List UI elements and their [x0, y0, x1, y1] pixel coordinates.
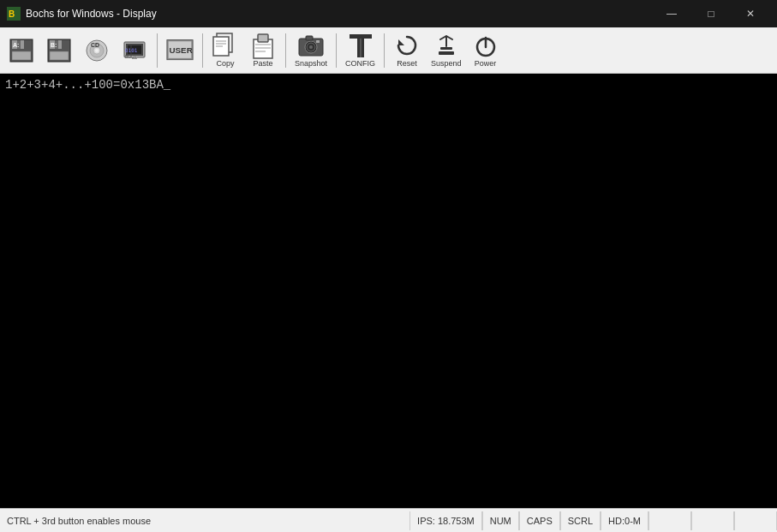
cdrom-icon: CD [83, 37, 111, 64]
svg-rect-10 [50, 51, 69, 60]
user-icon: USER [166, 37, 194, 64]
empty-segment-1 [648, 511, 691, 530]
hd-indicator: HD:0-M [601, 511, 648, 530]
caps-lock-indicator: CAPS [519, 511, 560, 530]
num-lock-indicator: NUM [482, 511, 519, 530]
svg-rect-33 [258, 34, 268, 42]
config-button[interactable]: CONFIG [341, 30, 380, 70]
titlebar: B Bochs for Windows - Display — □ ✕ [0, 0, 777, 27]
svg-text:0101: 0101 [125, 47, 138, 53]
svg-rect-43 [350, 34, 372, 39]
cdrom-button[interactable]: CD [79, 34, 115, 67]
display-output: 1+2+3+4+...+100=0x13BA_ [5, 77, 772, 94]
config-label: CONFIG [345, 60, 375, 68]
copy-label: Copy [216, 60, 234, 68]
window-controls: — □ ✕ [652, 0, 770, 27]
reset-label: Reset [397, 60, 417, 68]
mouse-hint: CTRL + 3rd button enables mouse [7, 516, 151, 526]
svg-text:B: B [9, 9, 15, 19]
svg-text:CD: CD [91, 42, 99, 48]
snapshot-button[interactable]: Snapshot [290, 30, 332, 70]
svg-rect-48 [440, 47, 452, 50]
window-title: Bochs for Windows - Display [26, 8, 652, 20]
svg-text:USER: USER [170, 45, 193, 54]
svg-point-15 [95, 49, 99, 52]
copy-button[interactable]: Copy [207, 30, 243, 70]
reset-icon [393, 33, 421, 60]
svg-text:A:: A: [13, 42, 19, 48]
boot-icon: 0101 BOOT [121, 37, 148, 64]
power-label: Power [475, 60, 497, 68]
close-button[interactable]: ✕ [731, 0, 770, 27]
app-icon: B [7, 7, 21, 21]
separator-5 [384, 33, 385, 68]
power-button[interactable]: Power [468, 30, 504, 70]
svg-point-40 [309, 45, 313, 49]
floppy-b-button[interactable]: B: [41, 34, 77, 67]
scroll-lock-indicator: SCRL [560, 511, 601, 530]
display-area[interactable]: 1+2+3+4+...+100=0x13BA_ [0, 74, 777, 508]
paste-icon [249, 33, 277, 60]
separator-2 [202, 33, 203, 68]
svg-rect-45 [360, 39, 362, 57]
boot-button[interactable]: 0101 BOOT [117, 34, 152, 67]
suspend-label: Suspend [431, 60, 462, 68]
config-icon [347, 33, 374, 60]
minimize-button[interactable]: — [652, 0, 691, 27]
svg-text:B:: B: [51, 42, 57, 48]
suspend-icon [433, 33, 460, 60]
svg-rect-5 [12, 51, 31, 60]
suspend-button[interactable]: Suspend [427, 30, 466, 70]
empty-segment-2 [691, 511, 734, 530]
separator-3 [285, 33, 286, 68]
svg-rect-41 [306, 36, 313, 40]
svg-marker-46 [398, 39, 404, 45]
statusbar: CTRL + 3rd button enables mouse IPS: 18.… [0, 508, 777, 532]
svg-rect-47 [439, 51, 454, 55]
maximize-button[interactable]: □ [691, 0, 731, 27]
snapshot-icon [297, 33, 325, 60]
empty-segment-3 [734, 511, 777, 530]
svg-rect-42 [316, 40, 320, 43]
power-icon [472, 33, 499, 60]
snapshot-label: Snapshot [295, 60, 327, 68]
svg-text:BOOT: BOOT [125, 54, 137, 59]
toolbar: A: B: CD [0, 27, 777, 74]
status-main: CTRL + 3rd button enables mouse [0, 516, 409, 526]
user-button[interactable]: USER [162, 34, 198, 67]
floppy-a-icon: A: [8, 37, 35, 64]
ips-display: IPS: 18.753M [409, 511, 482, 530]
floppy-b-icon: B: [45, 37, 73, 64]
separator-1 [157, 33, 158, 68]
copy-icon [212, 33, 239, 60]
reset-button[interactable]: Reset [389, 30, 425, 70]
separator-4 [336, 33, 337, 68]
paste-label: Paste [253, 60, 272, 68]
paste-button[interactable]: Paste [245, 30, 281, 70]
floppy-a-button[interactable]: A: [3, 34, 39, 67]
